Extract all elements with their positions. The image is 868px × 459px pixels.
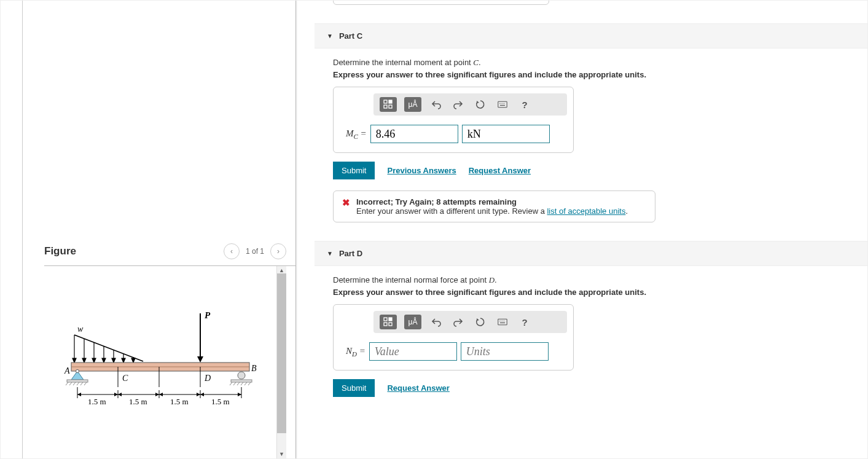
part-c-request-answer-link[interactable]: Request Answer: [469, 166, 531, 175]
figure-pager: ‹ 1 of 1 ›: [224, 243, 286, 259]
help-icon[interactable]: ?: [517, 315, 532, 329]
part-c-value-input[interactable]: [370, 125, 458, 143]
scroll-up-icon[interactable]: ▲: [279, 267, 284, 273]
svg-line-41: [248, 382, 251, 385]
scroll-down-icon[interactable]: ▼: [279, 451, 284, 457]
svg-rect-35: [231, 380, 252, 382]
part-c-instruction: Express your answer to three significant…: [333, 70, 867, 79]
part-c-prompt: Determine the internal moment at point C…: [333, 58, 867, 68]
svg-marker-60: [200, 393, 204, 396]
svg-marker-70: [477, 101, 479, 103]
svg-marker-58: [159, 393, 163, 396]
figure-title: Figure: [44, 245, 76, 257]
undo-icon[interactable]: [429, 97, 444, 112]
acceptable-units-link[interactable]: list of acceptable units: [547, 206, 625, 216]
redo-icon[interactable]: [451, 315, 466, 329]
svg-rect-81: [498, 319, 507, 325]
svg-rect-69: [389, 105, 392, 108]
svg-point-82: [499, 321, 500, 321]
svg-rect-67: [389, 100, 392, 103]
svg-point-83: [502, 321, 502, 321]
part-c-previous-answers-link[interactable]: Previous Answers: [387, 166, 456, 175]
svg-text:P: P: [205, 310, 211, 320]
part-d-value-input[interactable]: [369, 342, 457, 361]
svg-line-31: [80, 382, 83, 385]
template-icon[interactable]: [380, 97, 397, 112]
svg-line-39: [241, 382, 243, 385]
svg-point-73: [502, 103, 502, 104]
reset-icon[interactable]: [473, 97, 488, 112]
figure-panel: Figure ‹ 1 of 1 › P w: [22, 1, 295, 458]
figure-next-button[interactable]: ›: [270, 243, 286, 259]
feedback-message: Enter your answer with a different unit …: [356, 206, 628, 216]
part-d-request-answer-link[interactable]: Request Answer: [387, 383, 449, 393]
svg-rect-77: [389, 318, 392, 321]
svg-marker-61: [238, 393, 241, 396]
svg-marker-6: [72, 358, 76, 363]
svg-point-84: [504, 321, 504, 321]
svg-line-40: [244, 382, 247, 385]
units-tool-icon[interactable]: μÅ: [404, 97, 421, 112]
svg-point-74: [504, 103, 504, 104]
svg-line-4: [74, 335, 143, 361]
svg-marker-59: [197, 393, 200, 396]
part-d-title: Part D: [339, 249, 362, 258]
svg-marker-8: [82, 358, 86, 363]
svg-marker-80: [477, 318, 479, 321]
svg-rect-75: [500, 105, 505, 106]
svg-line-38: [237, 382, 240, 385]
answer-toolbar: μÅ ?: [373, 311, 567, 333]
help-icon[interactable]: ?: [517, 97, 532, 112]
part-c-submit-button[interactable]: Submit: [333, 162, 375, 179]
part-c-header[interactable]: ▼ Part C: [315, 23, 867, 49]
part-d-prompt: Determine the internal normal force at p…: [333, 275, 867, 285]
part-d-instruction: Express your answer to three significant…: [333, 288, 867, 297]
svg-line-29: [73, 382, 76, 385]
incorrect-icon: ✖: [342, 197, 350, 216]
svg-marker-10: [92, 358, 96, 363]
keyboard-icon[interactable]: [495, 315, 510, 329]
svg-marker-14: [112, 358, 115, 363]
beam-diagram: P w: [44, 266, 276, 458]
svg-text:B: B: [251, 364, 257, 373]
feedback-title: Incorrect; Try Again; 8 attempts remaini…: [356, 197, 628, 206]
svg-text:w: w: [77, 324, 84, 334]
svg-marker-54: [77, 393, 81, 396]
svg-marker-16: [122, 358, 125, 363]
svg-rect-68: [384, 105, 387, 108]
svg-marker-1: [197, 356, 203, 363]
figure-prev-button[interactable]: ‹: [224, 243, 240, 259]
svg-text:A: A: [64, 366, 70, 375]
part-c-units-input[interactable]: [462, 125, 550, 143]
svg-marker-56: [118, 393, 122, 396]
svg-text:1.5 m: 1.5 m: [170, 397, 189, 406]
svg-point-34: [238, 372, 245, 379]
answer-toolbar: μÅ ?: [373, 93, 567, 116]
part-d-answer-box: μÅ ?: [333, 304, 574, 371]
svg-rect-66: [384, 100, 387, 103]
part-c-variable: MC =: [346, 128, 367, 140]
svg-point-25: [76, 369, 79, 372]
part-c-feedback: ✖ Incorrect; Try Again; 8 attempts remai…: [333, 190, 655, 222]
caret-down-icon: ▼: [327, 250, 333, 257]
part-d-header[interactable]: ▼ Part D: [315, 241, 867, 266]
svg-marker-12: [102, 358, 106, 363]
redo-icon[interactable]: [451, 97, 466, 112]
figure-scrollbar[interactable]: ▲ ▼: [276, 266, 286, 458]
svg-line-28: [69, 382, 72, 385]
template-icon[interactable]: [380, 315, 397, 329]
svg-text:C: C: [122, 374, 128, 383]
part-d-submit-button[interactable]: Submit: [333, 379, 375, 397]
part-d-units-input[interactable]: [461, 342, 549, 361]
svg-rect-71: [498, 101, 507, 108]
svg-text:1.5 m: 1.5 m: [88, 397, 106, 406]
svg-rect-78: [384, 323, 387, 326]
keyboard-icon[interactable]: [495, 97, 510, 112]
units-tool-icon[interactable]: μÅ: [404, 315, 421, 329]
svg-text:1.5 m: 1.5 m: [129, 397, 147, 406]
svg-marker-55: [114, 393, 118, 396]
caret-down-icon: ▼: [327, 33, 333, 39]
reset-icon[interactable]: [473, 315, 488, 329]
undo-icon[interactable]: [429, 315, 444, 329]
svg-rect-76: [384, 318, 387, 321]
